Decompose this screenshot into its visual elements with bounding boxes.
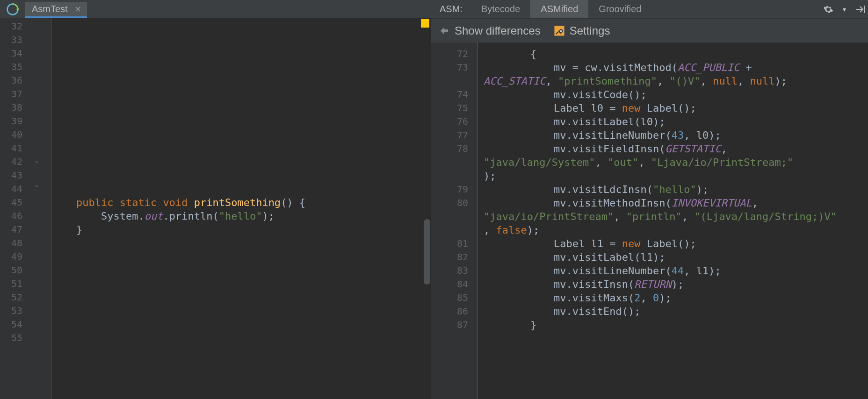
settings-button[interactable]: Settings: [552, 23, 610, 38]
hide-panel-icon[interactable]: [852, 0, 868, 18]
asm-tab-bar: ASM: Bytecode ASMified Groovified ▾: [431, 0, 868, 18]
tab-bytecode[interactable]: Bytecode: [471, 0, 530, 18]
asm-label: ASM:: [431, 4, 471, 14]
fold-close-icon[interactable]: ⌃: [35, 184, 38, 191]
close-icon[interactable]: ✕: [74, 4, 81, 14]
editor-tab-asmtest[interactable]: AsmTest ✕: [25, 2, 87, 18]
scrollbar-thumb[interactable]: [424, 219, 430, 285]
dropdown-icon[interactable]: ▾: [836, 0, 852, 18]
source-editor[interactable]: public static void printSomething() { Sy…: [51, 18, 431, 399]
settings-label: Settings: [570, 24, 610, 37]
tab-asmified[interactable]: ASMified: [530, 0, 588, 18]
gear-icon[interactable]: [820, 0, 836, 18]
left-tab-bar: AsmTest ✕: [0, 0, 431, 18]
show-diff-label: Show differences: [455, 24, 541, 37]
tab-label: AsmTest: [32, 4, 68, 14]
left-pane: AsmTest ✕ 323334353637383940414243444546…: [0, 0, 431, 399]
asm-toolbar: Show differences Settings: [431, 18, 868, 43]
tab-groovified[interactable]: Groovified: [588, 0, 651, 18]
asm-line-gutter: 72737475767778798081828384858687: [431, 43, 478, 399]
file-type-icon: [0, 0, 25, 18]
show-differences-button[interactable]: Show differences: [437, 23, 541, 38]
fold-open-icon[interactable]: ⌄: [35, 157, 38, 164]
warning-marker[interactable]: [421, 19, 429, 28]
fold-gutter: ⌄ ⌃: [22, 18, 51, 399]
settings-icon: [552, 23, 567, 38]
asm-code-viewer[interactable]: {mv = cw.visitMethod(ACC_PUBLIC + ACC_ST…: [478, 43, 868, 399]
right-pane: ASM: Bytecode ASMified Groovified ▾ Show…: [431, 0, 868, 399]
line-number-gutter: 3233343536373839404142434445464748495051…: [0, 18, 22, 399]
diff-icon: [437, 23, 452, 38]
